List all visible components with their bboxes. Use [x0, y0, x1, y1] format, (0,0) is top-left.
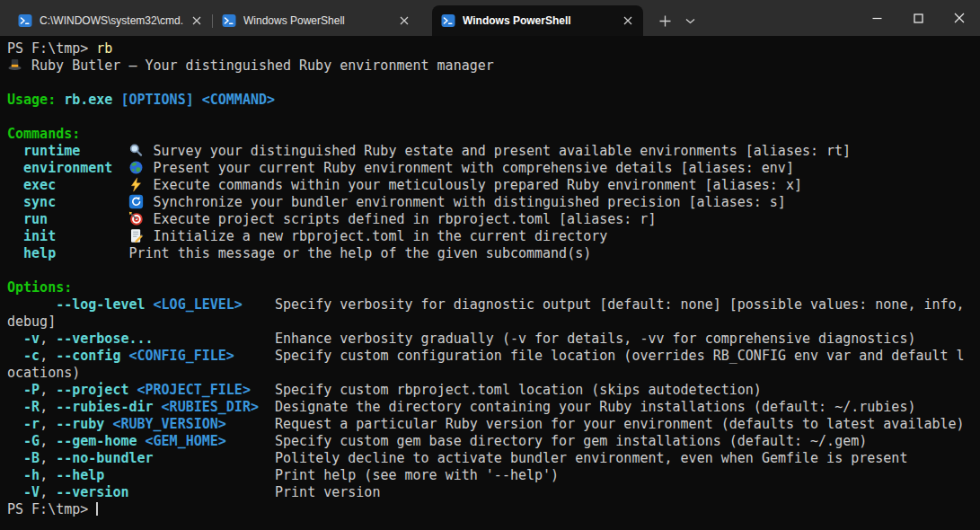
tab-cmd[interactable]: C:\WINDOWS\system32\cmd.e	[9, 5, 212, 36]
terminal-text	[226, 416, 275, 432]
terminal-line: PS F:\tmp>	[7, 501, 980, 518]
terminal-text: ocations)	[7, 365, 80, 381]
terminal-line: -h, --help Print help (see more with '--…	[7, 467, 980, 484]
terminal-text	[112, 160, 128, 176]
terminal-text	[251, 382, 275, 398]
terminal-text	[7, 160, 23, 176]
terminal-line: sync Synchronize your bundler environmen…	[7, 194, 980, 211]
close-tab-icon[interactable]	[620, 13, 636, 29]
lightning-icon	[128, 177, 145, 194]
terminal-text: -V	[23, 484, 40, 500]
terminal-text: Commands:	[7, 126, 80, 142]
maximize-button[interactable]	[897, 0, 939, 36]
terminal-line: -v, --verbose... Enhance verbosity gradu…	[7, 331, 980, 348]
terminal-text: --rubies-dir	[56, 399, 153, 415]
tab-powershell-2[interactable]: Windows PowerShell	[432, 5, 643, 36]
terminal-text	[56, 194, 128, 210]
terminal-text: -h	[23, 467, 40, 483]
terminal-text: Specify custom configuration file locati…	[275, 348, 965, 364]
terminal-line: -c, --config <CONFIG_FILE> Specify custo…	[7, 348, 980, 365]
terminal-text	[56, 92, 64, 108]
new-tab-button[interactable]	[652, 5, 677, 36]
terminal-text: Designate the directory containing your …	[275, 399, 915, 415]
terminal-line: -B, --no-bundler Politely decline to act…	[7, 450, 980, 467]
terminal-text: ,	[40, 399, 56, 415]
terminal-text	[7, 177, 23, 193]
terminal-text	[7, 194, 23, 210]
terminal-text: PS F:\tmp>	[7, 501, 96, 517]
terminal-text	[146, 296, 154, 313]
terminal-text: Print help (see more with '--help')	[275, 467, 559, 483]
terminal-text: ,	[40, 484, 56, 500]
terminal-text: Print this message or the help of the gi…	[128, 245, 591, 261]
terminal-text: Request a particular Ruby version for yo…	[275, 416, 965, 432]
terminal-text: Execute project scripts defined in rbpro…	[145, 211, 656, 227]
terminal-text	[80, 143, 128, 159]
terminal-text: exec	[23, 177, 56, 193]
terminal-text: -P	[23, 382, 40, 398]
terminal-text: --ruby	[56, 416, 104, 432]
memo-icon	[128, 228, 145, 245]
terminal-text: ,	[40, 331, 56, 347]
terminal-text: <GEM_HOME>	[146, 433, 226, 449]
terminal-text	[7, 450, 23, 466]
terminal-line	[7, 75, 980, 92]
terminal-text: sync	[23, 194, 56, 210]
terminal-text: Specify verbosity for diagnostic output …	[275, 296, 965, 313]
terminal-text	[128, 382, 137, 398]
terminal-text	[137, 433, 146, 449]
terminal-text: runtime	[23, 143, 80, 159]
terminal-text: Synchronize your bundler environment wit…	[145, 194, 785, 210]
terminal-text: --config	[56, 348, 120, 364]
terminal-text: ,	[40, 416, 56, 432]
terminal-text: rb	[96, 40, 112, 57]
terminal-text	[234, 348, 275, 364]
terminal-text: Execute commands within your meticulousl…	[145, 177, 802, 193]
terminal-text: --project	[56, 382, 128, 398]
target-icon	[128, 211, 145, 228]
terminal-line: Ruby Butler — Your distinguished Ruby en…	[7, 57, 980, 75]
terminal-text	[56, 245, 128, 261]
terminal-text: PS F:\tmp>	[7, 40, 96, 57]
close-button[interactable]	[939, 0, 980, 36]
terminal-text: Options:	[7, 279, 72, 296]
terminal-text	[7, 348, 23, 364]
terminal-text	[7, 211, 23, 227]
terminal-line: run Execute project scripts defined in r…	[7, 211, 980, 228]
terminal-text: -v	[23, 331, 40, 347]
tab-dropdown-button[interactable]	[677, 5, 702, 36]
top-hat-icon	[7, 57, 23, 75]
terminal-text: Print version	[275, 484, 380, 500]
terminal-text	[154, 450, 275, 466]
console-icon	[441, 13, 455, 28]
terminal-text	[7, 467, 23, 483]
terminal-text	[7, 296, 56, 313]
close-tab-icon[interactable]	[396, 13, 412, 29]
terminal-line: -V, --version Print version	[7, 484, 980, 501]
terminal-line: Options:	[7, 279, 980, 296]
terminal-text: ,	[40, 348, 56, 364]
tab-powershell-1[interactable]: Windows PowerShell	[213, 5, 419, 36]
minimize-button[interactable]	[856, 0, 897, 36]
terminal-text: Initialize a new rbproject.toml in the c…	[145, 228, 607, 244]
terminal-line: environment Present your current Ruby en…	[7, 160, 980, 177]
terminal-line: -R, --rubies-dir <RUBIES_DIR> Designate …	[7, 399, 980, 416]
terminal-text: -B	[23, 450, 40, 466]
terminal-text: run	[23, 211, 48, 227]
terminal-text	[259, 399, 275, 415]
close-tab-icon[interactable]	[189, 13, 205, 29]
terminal-text: Survey your distinguished Ruby estate an…	[145, 143, 851, 159]
terminal-text: ,	[40, 450, 56, 466]
tab-title: C:\WINDOWS\system32\cmd.e	[40, 14, 183, 27]
terminal-line: init Initialize a new rbproject.toml in …	[7, 228, 980, 245]
terminal-text: --no-bundler	[56, 450, 153, 466]
terminal-text: -R	[23, 399, 40, 415]
terminal-text: --log-level	[56, 296, 145, 313]
terminal-text: --gem-home	[56, 433, 137, 449]
text-cursor	[96, 502, 98, 516]
terminal-text	[7, 399, 23, 415]
terminal-text: Present your current Ruby environment wi…	[145, 160, 793, 176]
terminal-text	[7, 245, 23, 261]
terminal[interactable]: PS F:\tmp> rb Ruby Butler — Your disting…	[0, 36, 980, 530]
terminal-line: runtime Survey your distinguished Ruby e…	[7, 143, 980, 160]
